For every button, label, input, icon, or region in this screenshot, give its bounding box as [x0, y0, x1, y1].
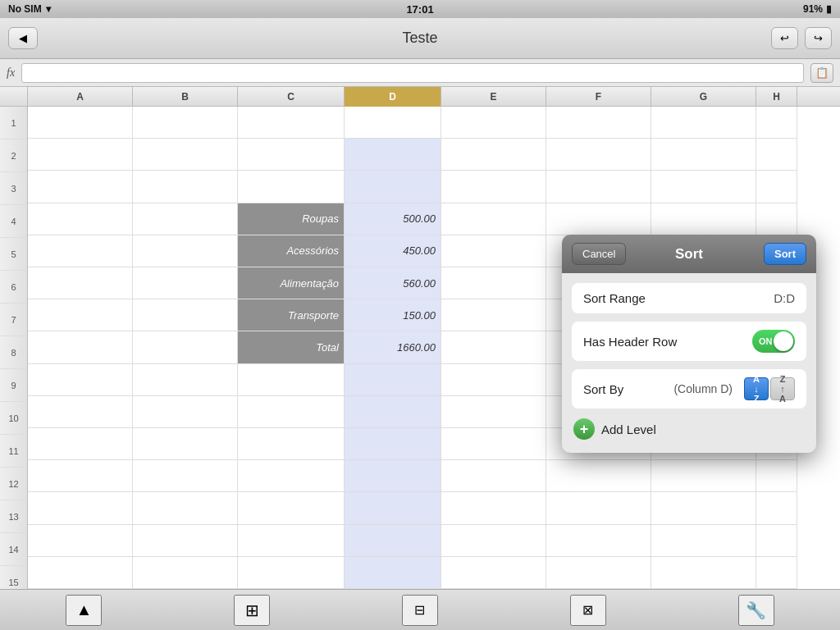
cell-f12[interactable] [546, 460, 651, 492]
bottom-btn-2[interactable]: ⊞ [234, 595, 270, 626]
cell-d3[interactable] [345, 171, 441, 203]
cell-e11[interactable] [441, 428, 546, 460]
col-header-f[interactable]: F [546, 87, 651, 107]
cell-b3[interactable] [133, 171, 237, 203]
cell-e3[interactable] [441, 171, 546, 203]
cell-g12[interactable] [651, 460, 756, 492]
cell-g13[interactable] [651, 492, 756, 524]
cell-b4[interactable] [133, 203, 237, 235]
cell-c2[interactable] [238, 139, 344, 171]
cell-h15[interactable] [756, 557, 797, 589]
cell-a13[interactable] [28, 492, 132, 524]
cell-g15[interactable] [651, 557, 756, 589]
bottom-btn-3[interactable]: ⊟ [402, 595, 438, 626]
cell-f15[interactable] [546, 557, 651, 589]
row-num-15[interactable]: 15 [0, 566, 27, 589]
cell-b12[interactable] [133, 460, 237, 492]
dialog-cancel-button[interactable]: Cancel [572, 243, 626, 265]
cell-e8[interactable] [441, 331, 546, 363]
col-header-e[interactable]: E [441, 87, 546, 107]
cell-c10[interactable] [238, 396, 344, 428]
row-num-14[interactable]: 14 [0, 533, 27, 566]
cell-b2[interactable] [133, 139, 237, 171]
cell-e5[interactable] [441, 235, 546, 267]
cell-b11[interactable] [133, 428, 237, 460]
cell-a6[interactable] [28, 267, 132, 299]
cell-b8[interactable] [133, 331, 237, 363]
header-row-toggle[interactable]: ON [752, 330, 795, 353]
cell-a14[interactable] [28, 525, 132, 557]
cell-f14[interactable] [546, 525, 651, 557]
row-num-3[interactable]: 3 [0, 172, 27, 205]
add-level-row[interactable]: + Add Level [572, 415, 806, 443]
formula-input[interactable] [21, 63, 804, 83]
cell-c9[interactable] [238, 364, 344, 396]
cell-h13[interactable] [756, 492, 797, 524]
cell-c15[interactable] [238, 557, 344, 589]
cell-c7[interactable]: Transporte [238, 299, 344, 331]
cell-b7[interactable] [133, 299, 237, 331]
sort-desc-button[interactable]: Z↑A [770, 377, 795, 400]
cell-h2[interactable] [756, 139, 797, 171]
row-num-10[interactable]: 10 [0, 402, 27, 435]
col-header-c[interactable]: C [238, 87, 345, 107]
cell-d2[interactable] [345, 139, 441, 171]
cell-e4[interactable] [441, 203, 546, 235]
cell-b1[interactable] [133, 107, 237, 139]
row-num-1[interactable]: 1 [0, 107, 27, 139]
cell-a8[interactable] [28, 331, 132, 363]
cell-a10[interactable] [28, 396, 132, 428]
cell-f13[interactable] [546, 492, 651, 524]
cell-a11[interactable] [28, 428, 132, 460]
cell-a15[interactable] [28, 557, 132, 589]
cell-g14[interactable] [651, 525, 756, 557]
cell-e10[interactable] [441, 396, 546, 428]
paste-button[interactable]: 📋 [810, 63, 833, 83]
row-num-9[interactable]: 9 [0, 369, 27, 402]
col-header-a[interactable]: A [28, 87, 133, 107]
cell-d12[interactable] [345, 460, 441, 492]
row-num-6[interactable]: 6 [0, 271, 27, 304]
cell-d4[interactable]: 500.00 [345, 203, 441, 235]
cell-f1[interactable] [546, 107, 651, 139]
cell-a5[interactable] [28, 235, 132, 267]
cell-g3[interactable] [651, 171, 756, 203]
cell-d1[interactable] [345, 107, 441, 139]
cell-d15[interactable] [345, 557, 441, 589]
cell-c1[interactable] [238, 107, 344, 139]
cell-b14[interactable] [133, 525, 237, 557]
cell-e13[interactable] [441, 492, 546, 524]
cell-c8[interactable]: Total [238, 331, 344, 363]
cell-d5[interactable]: 450.00 [345, 235, 441, 267]
undo-button[interactable]: ↩ [771, 27, 798, 49]
col-header-d[interactable]: D [345, 87, 441, 107]
cell-g4[interactable] [651, 203, 756, 235]
redo-button[interactable]: ↪ [805, 27, 832, 49]
bottom-btn-1[interactable]: ▲ [66, 595, 102, 626]
cell-d8[interactable]: 1660.00 [345, 331, 441, 363]
cell-e2[interactable] [441, 139, 546, 171]
row-num-4[interactable]: 4 [0, 205, 27, 238]
cell-c6[interactable]: Alimentação [238, 267, 344, 299]
cell-a9[interactable] [28, 364, 132, 396]
cell-d7[interactable]: 150.00 [345, 299, 441, 331]
sort-asc-button[interactable]: A↓Z [744, 377, 769, 400]
cell-c11[interactable] [238, 428, 344, 460]
cell-d10[interactable] [345, 396, 441, 428]
cell-e7[interactable] [441, 299, 546, 331]
cell-f3[interactable] [546, 171, 651, 203]
cell-f4[interactable] [546, 203, 651, 235]
bottom-btn-4[interactable]: ⊠ [570, 595, 606, 626]
col-header-g[interactable]: G [651, 87, 756, 107]
cell-a1[interactable] [28, 107, 132, 139]
cell-h1[interactable] [756, 107, 797, 139]
cell-e12[interactable] [441, 460, 546, 492]
cell-c3[interactable] [238, 171, 344, 203]
row-num-13[interactable]: 13 [0, 500, 27, 533]
cell-h12[interactable] [756, 460, 797, 492]
cell-d13[interactable] [345, 492, 441, 524]
col-header-b[interactable]: B [133, 87, 238, 107]
row-num-12[interactable]: 12 [0, 468, 27, 500]
cell-e15[interactable] [441, 557, 546, 589]
cell-d9[interactable] [345, 364, 441, 396]
